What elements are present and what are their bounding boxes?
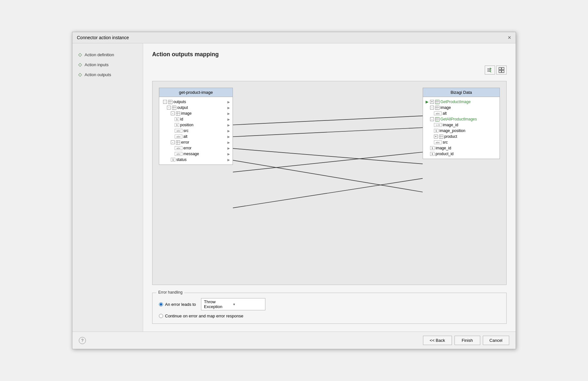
mapping-toolbar bbox=[152, 66, 507, 75]
tree-node: - GetAllProductImages bbox=[424, 116, 498, 122]
radio-label-continue[interactable]: Continue on error and map error response bbox=[159, 314, 243, 318]
expand-btn[interactable]: - bbox=[163, 100, 167, 104]
right-panel-header: Bizagi Data bbox=[423, 88, 500, 97]
help-button[interactable]: ? bbox=[79, 337, 86, 344]
sidebar-label-action-outputs: Action outputs bbox=[85, 72, 111, 77]
dialog-container: Connector action instance × Action defin… bbox=[72, 32, 516, 349]
footer-buttons: << Back Finish Cancel bbox=[423, 336, 509, 345]
tree-node: ▶ + GetProductImage bbox=[424, 99, 498, 105]
mapping-area: get-product-image - outputs ▶ bbox=[152, 81, 507, 285]
svg-rect-3 bbox=[499, 67, 501, 70]
node-label: src bbox=[443, 140, 448, 145]
sidebar-item-action-inputs[interactable]: Action inputs bbox=[72, 60, 143, 70]
tree-node: 1 id ▶ bbox=[161, 116, 231, 122]
connector-area bbox=[233, 88, 423, 278]
select-value: Throw Exception bbox=[204, 299, 233, 309]
arrow-icon: ▶ bbox=[227, 135, 230, 138]
node-label: image bbox=[440, 105, 451, 110]
node-label: alt bbox=[183, 134, 188, 139]
table-icon bbox=[439, 134, 443, 139]
expand-btn[interactable]: - bbox=[167, 106, 171, 110]
arrow-icon: ▶ bbox=[227, 158, 230, 162]
throw-exception-select[interactable]: Throw Exception ▾ bbox=[201, 298, 265, 310]
back-button[interactable]: << Back bbox=[423, 336, 452, 345]
close-button[interactable]: × bbox=[508, 35, 511, 40]
table-icon bbox=[172, 105, 176, 110]
arrow-icon: ▶ bbox=[227, 123, 230, 127]
node-label: product_id bbox=[436, 152, 454, 156]
footer-left: ? bbox=[79, 337, 86, 344]
auto-map-button[interactable] bbox=[485, 66, 495, 75]
automap-icon bbox=[487, 67, 493, 73]
error-handling-section: Error handling An error leads to Throw E… bbox=[152, 293, 507, 324]
node-label: image_position bbox=[439, 128, 465, 133]
tree-node: 1 status ▶ bbox=[161, 157, 231, 163]
tree-node: abc error ▶ bbox=[161, 145, 231, 151]
layout-button[interactable] bbox=[496, 66, 507, 75]
node-label: outputs bbox=[173, 100, 186, 104]
node-label: GetProductImage bbox=[440, 100, 471, 104]
svg-line-10 bbox=[233, 160, 423, 192]
expand-btn[interactable]: + bbox=[430, 100, 434, 104]
diamond-icon bbox=[78, 73, 82, 76]
help-label: ? bbox=[81, 338, 84, 343]
node-label: src bbox=[183, 128, 188, 133]
diamond-icon bbox=[78, 63, 82, 66]
expand-btn[interactable]: - bbox=[430, 106, 434, 110]
radio-label-leads-to[interactable]: An error leads to bbox=[159, 302, 196, 307]
svg-line-8 bbox=[233, 128, 423, 137]
table-icon bbox=[168, 100, 172, 104]
radio-continue[interactable] bbox=[159, 314, 163, 318]
layout-icon bbox=[499, 67, 504, 73]
table-icon bbox=[176, 140, 180, 145]
expand-btn[interactable]: - bbox=[171, 111, 175, 115]
dialog-footer: ? << Back Finish Cancel bbox=[72, 332, 516, 349]
tree-node: abc alt ▶ bbox=[161, 134, 231, 139]
svg-line-11 bbox=[233, 152, 423, 172]
svg-rect-4 bbox=[502, 67, 504, 70]
node-label: product bbox=[444, 134, 457, 139]
arrow-icon: ▶ bbox=[227, 141, 230, 144]
tree-node: - output ▶ bbox=[161, 105, 231, 111]
tree-node: 1 image_id bbox=[424, 145, 498, 151]
finish-button[interactable]: Finish bbox=[455, 336, 480, 345]
cancel-button[interactable]: Cancel bbox=[483, 336, 509, 345]
diamond-icon bbox=[78, 53, 82, 57]
radio-continue-label: Continue on error and map error response bbox=[165, 314, 243, 318]
svg-rect-5 bbox=[499, 70, 501, 73]
table-icon bbox=[435, 105, 439, 110]
svg-line-12 bbox=[233, 178, 423, 208]
node-label: image bbox=[181, 111, 192, 116]
expand-btn[interactable]: + bbox=[434, 135, 438, 138]
radio-leads-to[interactable] bbox=[159, 302, 163, 306]
table-icon bbox=[435, 100, 439, 104]
tree-node: 1.23 image_id bbox=[424, 122, 498, 128]
tree-node: 1 product_id bbox=[424, 151, 498, 157]
tree-node: - image bbox=[424, 105, 498, 111]
tree-node: + product bbox=[424, 134, 498, 139]
tree-node: - error ▶ bbox=[161, 139, 231, 145]
sidebar-item-action-outputs[interactable]: Action outputs bbox=[72, 70, 143, 80]
right-tree-body: ▶ + GetProductImage - image bbox=[423, 97, 500, 159]
arrow-icon: ▶ bbox=[227, 129, 230, 133]
left-panel-header: get-product-image bbox=[159, 88, 233, 97]
sidebar-item-action-definition[interactable]: Action definition bbox=[72, 50, 143, 60]
error-handling-legend: Error handling bbox=[156, 290, 184, 295]
svg-line-9 bbox=[233, 148, 423, 164]
expand-btn[interactable]: - bbox=[430, 117, 434, 121]
sidebar-label-action-definition: Action definition bbox=[85, 52, 114, 57]
expand-btn[interactable]: - bbox=[171, 140, 175, 144]
tree-node: 1 image_position bbox=[424, 128, 498, 134]
arrow-icon: ▶ bbox=[227, 146, 230, 150]
tree-node: abc src ▶ bbox=[161, 128, 231, 134]
sidebar: Action definition Action inputs Action o… bbox=[72, 43, 143, 332]
tree-node: abc message ▶ bbox=[161, 151, 231, 157]
error-row-1: An error leads to Throw Exception ▾ bbox=[159, 298, 500, 310]
node-label: output bbox=[177, 105, 188, 110]
main-content: Action outputs mapping bbox=[143, 43, 516, 332]
node-label: image_id bbox=[443, 123, 458, 127]
tree-node: - image ▶ bbox=[161, 111, 231, 116]
node-label: error bbox=[181, 140, 189, 145]
node-label: message bbox=[183, 152, 199, 156]
right-tree-panel: Bizagi Data ▶ + GetProductImage bbox=[423, 88, 500, 159]
